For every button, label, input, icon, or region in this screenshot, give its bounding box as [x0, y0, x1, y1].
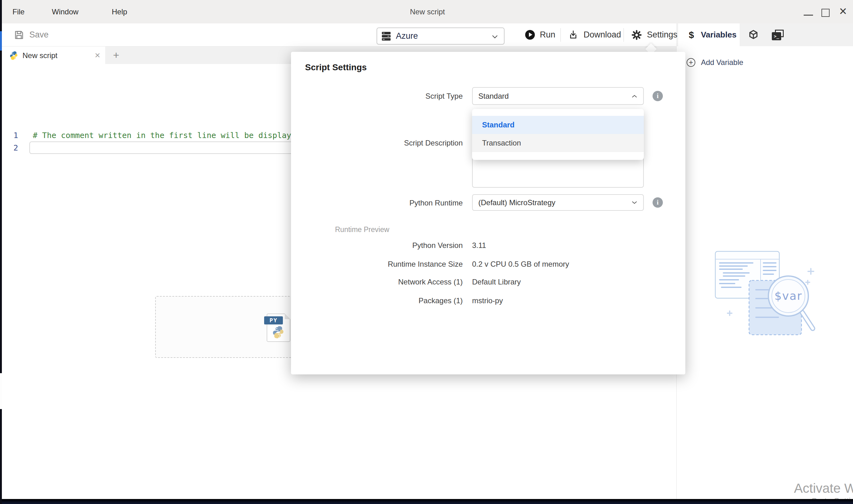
- chevron-up-icon: [631, 94, 638, 98]
- preview-row-value: 0.2 v CPU 0.5 GB of memory: [472, 260, 569, 269]
- edge-highlight: [0, 373, 2, 409]
- preview-row-value: mstrio-py: [472, 296, 503, 305]
- script-type-select[interactable]: Standard: [472, 87, 644, 105]
- taskbar-edge: [0, 499, 853, 504]
- script-description-label: Script Description: [291, 139, 463, 147]
- folded-corner: [285, 313, 290, 319]
- close-tab-icon[interactable]: ×: [95, 47, 100, 64]
- preview-row-label: Network Access (1): [291, 277, 463, 286]
- background-window-edge: [0, 0, 2, 504]
- run-button[interactable]: Run: [525, 23, 556, 46]
- play-icon: [525, 30, 535, 40]
- terminal-icon: >_: [772, 30, 784, 40]
- close-window-icon[interactable]: ×: [837, 0, 849, 23]
- window-title: New script: [2, 0, 853, 23]
- save-label: Save: [29, 30, 49, 40]
- settings-label: Settings: [647, 30, 677, 40]
- server-stack-icon: [382, 32, 391, 41]
- code-comment-line: # The comment written in the first line …: [33, 131, 291, 140]
- script-type-dropdown-menu: Standard Transaction: [472, 109, 644, 160]
- tab-packages[interactable]: [743, 23, 764, 46]
- maximize-icon[interactable]: [821, 9, 830, 17]
- info-icon[interactable]: i: [653, 91, 663, 101]
- chevron-down-icon: [491, 34, 498, 39]
- preview-row-label: Python Version: [291, 241, 463, 250]
- toolbar: Save Azure Run: [2, 23, 853, 46]
- runtime-preview-label: Runtime Preview: [335, 226, 389, 234]
- add-circle-icon: +: [687, 58, 695, 67]
- package-cube-icon: [748, 30, 759, 40]
- environment-value: Azure: [396, 31, 418, 41]
- tab-variables[interactable]: $ Variables: [678, 23, 740, 46]
- python-runtime-select[interactable]: (Default) MicroStrategy: [472, 194, 644, 211]
- add-variable-label: Add Variable: [701, 58, 743, 67]
- tab-console[interactable]: >_: [767, 23, 789, 46]
- illustration-var-text: $var: [774, 289, 802, 302]
- script-type-label: Script Type: [291, 92, 463, 101]
- download-button[interactable]: Download: [568, 23, 621, 46]
- option-standard[interactable]: Standard: [472, 116, 644, 134]
- menu-help[interactable]: Help: [112, 0, 127, 23]
- option-transaction[interactable]: Transaction: [472, 134, 644, 152]
- tab-label: New script: [22, 51, 57, 60]
- python-runtime-value: (Default) MicroStrategy: [478, 198, 556, 207]
- variables-label: Variables: [701, 30, 737, 40]
- preview-row-value: Default Library: [472, 277, 521, 286]
- titlebar: New script File Window Help ×: [2, 0, 853, 23]
- save-button[interactable]: Save: [14, 23, 49, 46]
- download-icon: [568, 30, 579, 40]
- variables-empty-illustration: $var: [712, 247, 818, 337]
- app-window: New script File Window Help × Save: [0, 0, 853, 504]
- toolbar-divider: [560, 28, 561, 42]
- add-variable-button[interactable]: + Add Variable: [687, 58, 743, 67]
- script-settings-popover: Script Settings Script Type Standard i S…: [291, 52, 685, 374]
- preview-row-label: Runtime Instance Size: [291, 260, 463, 269]
- line-number: 2: [2, 143, 18, 152]
- menu-window[interactable]: Window: [52, 0, 78, 23]
- new-tab-button[interactable]: +: [110, 47, 122, 64]
- line-number: 1: [2, 131, 18, 140]
- save-icon: [14, 30, 24, 40]
- menu-file[interactable]: File: [13, 0, 25, 23]
- environment-select[interactable]: Azure: [377, 28, 505, 44]
- python-file-icon: PY: [264, 313, 290, 342]
- python-icon: [10, 51, 18, 60]
- gear-icon: [631, 30, 642, 40]
- download-label: Download: [583, 30, 621, 40]
- settings-button[interactable]: Settings: [631, 23, 677, 46]
- info-icon[interactable]: i: [653, 197, 663, 208]
- python-icon: [272, 326, 285, 339]
- dollar-icon: $: [689, 30, 694, 40]
- script-type-value: Standard: [478, 92, 509, 100]
- py-badge: PY: [264, 316, 283, 324]
- tab-new-script[interactable]: New script ×: [2, 47, 105, 64]
- run-label: Run: [540, 30, 556, 40]
- preview-row-value: 3.11: [472, 241, 486, 250]
- preview-row-label: Packages (1): [291, 296, 463, 305]
- python-runtime-label: Python Runtime: [291, 199, 463, 208]
- variables-panel: + Add Variable $var: [676, 46, 853, 499]
- popover-title: Script Settings: [305, 62, 367, 72]
- activate-windows-watermark: Activate W: [794, 481, 853, 496]
- minimize-icon[interactable]: [804, 15, 813, 16]
- chevron-down-icon: [631, 200, 638, 204]
- toolbar-divider: [623, 28, 624, 42]
- edge-accent: [0, 31, 2, 51]
